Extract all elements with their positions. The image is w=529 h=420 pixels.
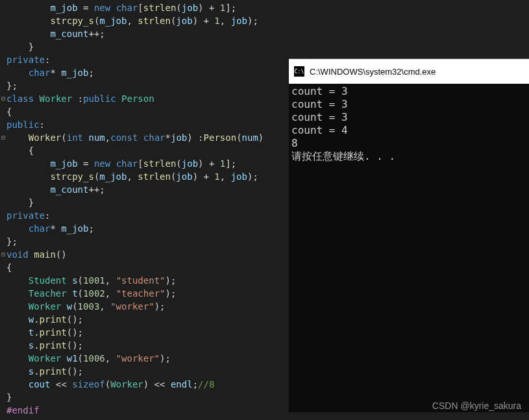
terminal-output[interactable]: count = 3 count = 3 count = 3 count = 4 … <box>289 84 529 164</box>
code-line[interactable]: } <box>6 196 289 209</box>
code-line[interactable]: m_count++; <box>6 27 289 40</box>
code-line[interactable]: strcpy_s(m_job, strlen(job) + 1, job); <box>6 170 289 183</box>
code-editor[interactable]: m_job = new char[strlen(job) + 1]; strcp… <box>0 0 289 420</box>
code-line[interactable]: strcpy_s(m_job, strlen(job) + 1, job); <box>6 14 289 27</box>
code-line[interactable]: Student s(1001, "student"); <box>6 274 289 287</box>
code-line[interactable]: ⊟void main() <box>6 248 289 261</box>
code-line[interactable]: { <box>6 105 289 118</box>
code-line[interactable]: private: <box>6 209 289 222</box>
code-line[interactable]: ⊟ Worker(int num,const char*job) :Person… <box>6 131 289 144</box>
terminal-title: C:\WINDOWS\system32\cmd.exe <box>310 67 436 77</box>
code-line[interactable]: { <box>6 144 289 157</box>
code-line[interactable]: t.print(); <box>6 326 289 339</box>
code-line[interactable]: private: <box>6 53 289 66</box>
code-line[interactable]: s.print(); <box>6 365 289 378</box>
code-line[interactable]: } <box>6 391 289 404</box>
terminal-window: C:\ C:\WINDOWS\system32\cmd.exe count = … <box>289 58 529 412</box>
terminal-titlebar[interactable]: C:\ C:\WINDOWS\system32\cmd.exe <box>289 59 529 84</box>
code-line[interactable]: m_job = new char[strlen(job) + 1]; <box>6 1 289 14</box>
code-line[interactable]: cout << sizeof(Worker) << endl;//8 <box>6 378 289 391</box>
code-line[interactable]: Worker w1(1006, "worker"); <box>6 352 289 365</box>
code-line[interactable]: { <box>6 261 289 274</box>
code-line[interactable]: ⊟class Worker :public Person <box>6 92 289 105</box>
code-line[interactable]: char* m_job; <box>6 66 289 79</box>
code-line[interactable]: m_job = new char[strlen(job) + 1]; <box>6 157 289 170</box>
code-line[interactable]: Worker w(1003, "worker"); <box>6 300 289 313</box>
fold-marker-icon[interactable]: ⊟ <box>0 92 6 105</box>
cmd-icon: C:\ <box>294 66 304 77</box>
code-line[interactable]: #endif <box>6 404 289 417</box>
code-line[interactable]: }; <box>6 235 289 248</box>
code-line[interactable]: public: <box>6 118 289 131</box>
code-line[interactable]: }; <box>6 79 289 92</box>
code-line[interactable]: w.print(); <box>6 313 289 326</box>
fold-marker-icon[interactable]: ⊟ <box>0 131 6 144</box>
code-line[interactable]: s.print(); <box>6 339 289 352</box>
fold-marker-icon[interactable]: ⊟ <box>0 248 6 261</box>
code-line[interactable]: Teacher t(1002, "teacher"); <box>6 287 289 300</box>
watermark: CSDN @kyrie_sakura <box>432 401 521 411</box>
code-line[interactable]: m_count++; <box>6 183 289 196</box>
code-line[interactable]: } <box>6 40 289 53</box>
code-line[interactable]: char* m_job; <box>6 222 289 235</box>
